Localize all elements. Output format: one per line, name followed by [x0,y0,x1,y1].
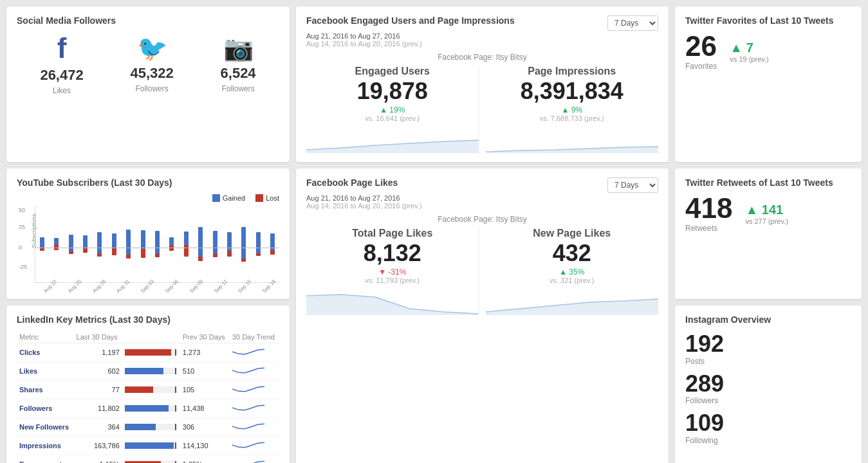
fb-engaged-date-current: Aug 21, 2016 to Aug 27, 2016 [306,32,515,40]
bar-group-16 [266,208,279,280]
bar-fill [125,442,174,449]
metric-trend [230,343,279,362]
bar-group-8 [151,208,163,280]
metric-trend [230,455,279,464]
metric-bar [122,437,180,455]
pos-bar [126,230,131,255]
twitter-rt-value: 418 [685,194,732,222]
neg-bar [69,251,73,254]
new-likes-metric: New Page Likes 432 ▲ 35% vs. 321 (prev.) [486,228,659,315]
twitter-rt-delta-val: ▲ 141 [745,203,783,217]
ig-posts-metric: 192 Posts [685,331,851,366]
dashboard: Social Media Followers f 26,472 Likes 🐦 … [6,6,862,463]
y-label-1: 25 [19,224,25,230]
facebook-social-item: f 26,472 Likes [40,32,83,95]
fb-likes-card: Facebook Page Likes Aug 21, 2016 to Aug … [296,168,669,463]
linkedin-row-1: Likes602510 [17,362,279,381]
neg-bar [97,253,102,257]
metric-bar [122,343,180,362]
bar-fill [125,349,171,356]
bar-divider [175,386,176,393]
twitter-icon: 🐦 [137,34,167,62]
bar-fill [125,424,156,430]
bar-group-9 [165,208,178,280]
social-media-followers-card: Social Media Followers f 26,472 Likes 🐦 … [6,6,290,162]
metric-bar [122,418,180,437]
pos-bar [141,230,145,249]
metric-prev: 510 [180,362,230,381]
engaged-users-label: Engaged Users [306,66,479,77]
metric-name: Impressions [17,437,74,455]
pos-bar [169,237,174,246]
pos-bar [40,237,44,248]
linkedin-table-header: Metric Last 30 Days Prev 30 Days 30 Day … [17,331,279,343]
page-impressions-chart [486,127,659,153]
fb-likes-metrics: Total Page Likes 8,132 ▼ -31% vs. 11,793… [306,228,658,315]
twitter-rt-metrics: 418 Retweets ▲ 141 vs 277 (prev.) [685,194,851,233]
neg-bar [270,250,275,255]
linkedin-row-3: Followers11,80211,438 [17,399,279,418]
linkedin-table: Metric Last 30 Days Prev 30 Days 30 Day … [17,331,279,463]
twitter-fav-main: 26 Favorites [685,32,717,71]
new-likes-chart [486,289,659,315]
bar-divider [175,368,176,374]
metric-bar [122,399,180,418]
metric-trend [230,437,279,455]
bar-fill [125,386,153,393]
linkedin-row-5: Impressions163,786114,130 [17,437,279,455]
pos-bar [97,232,102,253]
fb-engaged-page-label: Facebook Page: Itsy Bitsy [306,53,658,62]
fb-likes-dropdown[interactable]: 7 Days 14 Days 30 Days [607,177,658,193]
metric-current: 602 [74,362,122,381]
facebook-label: Likes [53,86,71,95]
svg-marker-0 [306,140,479,153]
bar-divider [175,442,176,449]
metric-name: Clicks [17,343,74,362]
linkedin-row-0: Clicks1,1971,273 [17,343,279,362]
fb-likes-title: Facebook Page Likes [306,177,422,188]
bar-group-14 [237,208,250,280]
twitter-fav-delta: ▲ 7 vs 19 (prev.) [730,41,768,63]
metric-current: 77 [74,381,122,399]
pos-bar [184,232,189,245]
neg-bar [112,248,116,255]
total-likes-metric: Total Page Likes 8,132 ▼ -31% vs. 11,793… [306,228,479,315]
fb-likes-date-current: Aug 21, 2016 to Aug 27, 2016 [306,194,422,202]
y-label-0: 50 [19,207,25,213]
page-impressions-metric: Page Impressions 8,391,834 ▲ 9% vs. 7,68… [486,66,659,153]
pos-bar [256,232,261,253]
pos-bar [83,235,88,248]
pos-bar [213,231,217,254]
pos-bar [69,235,73,251]
pos-bar [155,231,160,254]
bar-group-15 [252,208,264,280]
metric-name: Shares [17,381,74,399]
y-label-2: 0 [19,244,22,251]
bar-group-13 [223,208,235,280]
pos-bar [54,238,59,244]
ig-following-value: 109 [685,410,851,436]
y-label-3: -25 [19,264,27,270]
twitter-fav-delta-val: ▲ 7 [730,41,753,55]
neg-bar [141,249,145,258]
twitter-fav-title: Twitter Favorites of Last 10 Tweets [685,15,851,26]
neg-bar [227,251,232,257]
twitter-fav-metrics: 26 Favorites ▲ 7 vs 19 (prev.) [685,32,851,71]
bar-divider [175,424,176,430]
metric-prev: 1,273 [180,343,230,362]
fb-engaged-dropdown[interactable]: 7 Days 14 Days 30 Days [607,15,658,31]
bar-group-5 [107,208,120,280]
engaged-users-chart [306,127,479,153]
facebook-count: 26,472 [40,67,83,84]
bar-divider [175,405,176,412]
social-icons-row: f 26,472 Likes 🐦 45,322 Followers 📷 6,52… [17,32,279,95]
metric-prev: 114,130 [180,437,230,455]
metric-name: Engagement [17,455,74,464]
ig-posts-label: Posts [685,357,851,366]
total-likes-change: ▼ -31% [306,268,479,277]
ig-posts-value: 192 [685,331,851,357]
twitter-rt-label: Retweets [685,224,732,233]
twitter-label: Followers [135,84,168,93]
linkedin-title: LinkedIn Key Metrics (Last 30 Days) [17,314,279,325]
bar-group-12 [208,208,221,280]
